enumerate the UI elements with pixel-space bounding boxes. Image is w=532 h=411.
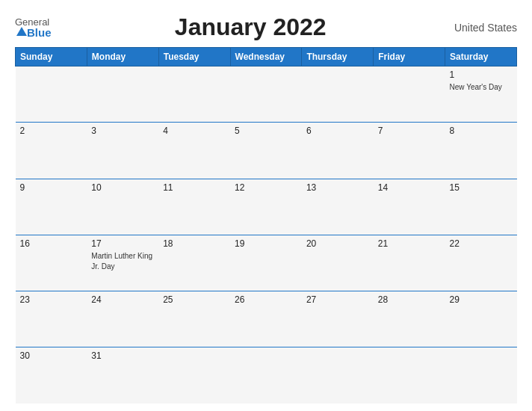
calendar-day-cell (87, 67, 158, 123)
day-number: 7 (378, 126, 441, 136)
calendar-day-cell: 8 (445, 123, 517, 179)
country-label: United States (450, 22, 517, 34)
calendar-week-row: 1617Martin Luther King Jr. Day1819202122 (16, 235, 517, 291)
calendar-day-cell (158, 347, 230, 404)
calendar-day-cell: 27 (302, 291, 374, 347)
calendar-day-cell: 13 (302, 179, 374, 235)
day-number: 2 (20, 126, 83, 136)
day-number: 15 (450, 182, 513, 193)
holiday-label: Martin Luther King Jr. Day (91, 252, 152, 271)
calendar-table: Sunday Monday Tuesday Wednesday Thursday… (15, 47, 517, 404)
day-number: 19 (235, 238, 297, 249)
calendar-day-cell (445, 347, 517, 404)
day-number: 14 (378, 182, 441, 193)
calendar-day-cell: 5 (230, 123, 302, 179)
calendar-day-cell: 21 (374, 235, 445, 291)
day-number: 31 (91, 350, 154, 361)
day-number: 11 (163, 182, 226, 193)
day-number: 12 (235, 182, 297, 193)
calendar-day-cell: 20 (302, 235, 374, 291)
calendar-day-cell (16, 67, 87, 123)
calendar-week-row: 9101112131415 (16, 179, 517, 235)
weekday-header-row: Sunday Monday Tuesday Wednesday Thursday… (16, 48, 517, 67)
day-number: 28 (378, 294, 441, 305)
day-number: 3 (91, 126, 154, 136)
calendar-day-cell: 29 (445, 291, 517, 347)
day-number: 6 (306, 126, 369, 136)
calendar-week-row: 3031 (16, 347, 517, 404)
header-wednesday: Wednesday (230, 48, 302, 67)
day-number: 8 (450, 126, 513, 136)
day-number: 16 (20, 238, 83, 249)
calendar-day-cell: 18 (158, 235, 230, 291)
logo-general-text: General (15, 17, 49, 27)
calendar-page: General Blue January 2022 United States … (0, 0, 532, 411)
day-number: 25 (163, 294, 226, 305)
logo-triangle-icon (16, 27, 27, 36)
calendar-day-cell: 17Martin Luther King Jr. Day (87, 235, 158, 291)
day-number: 20 (306, 238, 369, 249)
calendar-day-cell: 2 (16, 123, 87, 179)
day-number: 17 (91, 238, 154, 249)
header-friday: Friday (374, 48, 445, 67)
calendar-week-row: 1New Year's Day (16, 67, 517, 123)
header-sunday: Sunday (16, 48, 87, 67)
calendar-day-cell: 9 (16, 179, 87, 235)
header-saturday: Saturday (445, 48, 517, 67)
calendar-week-row: 2345678 (16, 123, 517, 179)
header: General Blue January 2022 United States (15, 13, 517, 41)
calendar-day-cell: 11 (158, 179, 230, 235)
header-tuesday: Tuesday (158, 48, 230, 67)
calendar-day-cell (302, 67, 374, 123)
day-number: 9 (20, 182, 83, 193)
day-number: 30 (20, 350, 83, 361)
calendar-day-cell: 4 (158, 123, 230, 179)
calendar-day-cell (374, 347, 445, 404)
calendar-day-cell (158, 67, 230, 123)
calendar-week-row: 23242526272829 (16, 291, 517, 347)
day-number: 29 (450, 294, 513, 305)
calendar-day-cell (302, 347, 374, 404)
day-number: 1 (450, 69, 513, 80)
calendar-day-cell: 25 (158, 291, 230, 347)
calendar-day-cell: 28 (374, 291, 445, 347)
calendar-day-cell: 10 (87, 179, 158, 235)
logo-blue-text: Blue (27, 27, 52, 38)
logo: General Blue (15, 17, 52, 38)
calendar-day-cell: 12 (230, 179, 302, 235)
calendar-day-cell: 14 (374, 179, 445, 235)
day-number: 10 (91, 182, 154, 193)
day-number: 24 (91, 294, 154, 305)
header-monday: Monday (87, 48, 158, 67)
calendar-day-cell: 1New Year's Day (445, 67, 517, 123)
calendar-day-cell (230, 67, 302, 123)
day-number: 18 (163, 238, 226, 249)
day-number: 26 (235, 294, 297, 305)
day-number: 22 (450, 238, 513, 249)
calendar-day-cell: 30 (16, 347, 87, 404)
day-number: 27 (306, 294, 369, 305)
day-number: 21 (378, 238, 441, 249)
calendar-day-cell: 16 (16, 235, 87, 291)
day-number: 23 (20, 294, 83, 305)
day-number: 4 (163, 126, 226, 136)
calendar-day-cell (374, 67, 445, 123)
calendar-day-cell: 26 (230, 291, 302, 347)
calendar-day-cell: 15 (445, 179, 517, 235)
calendar-day-cell: 3 (87, 123, 158, 179)
calendar-day-cell: 22 (445, 235, 517, 291)
calendar-day-cell: 19 (230, 235, 302, 291)
calendar-title: January 2022 (52, 13, 450, 41)
calendar-day-cell: 31 (87, 347, 158, 404)
calendar-day-cell: 6 (302, 123, 374, 179)
calendar-day-cell: 23 (16, 291, 87, 347)
day-number: 5 (235, 126, 297, 136)
calendar-day-cell: 7 (374, 123, 445, 179)
header-thursday: Thursday (302, 48, 374, 67)
day-number: 13 (306, 182, 369, 193)
holiday-label: New Year's Day (450, 83, 502, 91)
calendar-day-cell: 24 (87, 291, 158, 347)
calendar-day-cell (230, 347, 302, 404)
